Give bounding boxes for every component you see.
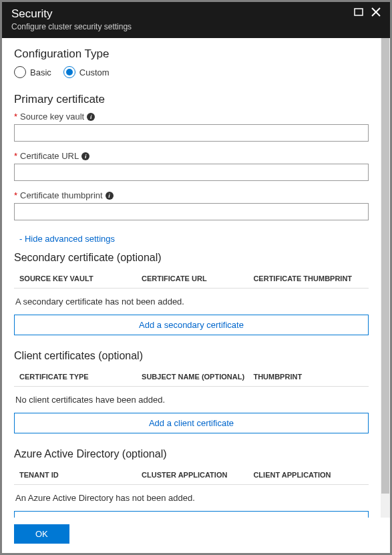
radio-basic-circle	[14, 66, 26, 78]
required-star-icon: *	[14, 112, 17, 122]
scrollbar-thumb[interactable]	[381, 38, 389, 494]
aad-col-tenant-id: TENANT ID	[19, 471, 142, 479]
config-type-heading: Configuration Type	[14, 47, 369, 61]
secondary-cert-heading: Secondary certificate (optional)	[14, 252, 369, 264]
aad-col-cluster-application: CLUSTER APPLICATION	[142, 471, 253, 479]
input-certificate-thumbprint[interactable]	[14, 203, 369, 220]
blade-subtitle: Configure cluster security settings	[11, 22, 132, 31]
radio-basic[interactable]: Basic	[14, 66, 51, 78]
label-text-certificate-url: Certificate URL	[20, 151, 79, 161]
primary-cert-heading: Primary certificate	[14, 93, 369, 106]
info-icon[interactable]: i	[81, 152, 89, 160]
field-certificate-thumbprint: * Certificate thumbprint i	[14, 190, 369, 220]
client-certs-empty-message: No client certificates have been added.	[14, 387, 369, 413]
secondary-cert-empty-message: A secondary certificate has not been add…	[14, 289, 369, 315]
secondary-col-certificate-thumbprint: CERTIFICATE THUMBPRINT	[253, 274, 369, 283]
content-wrapper: Configuration Type Basic Custom Primary …	[2, 38, 390, 518]
blade-title: Security	[11, 7, 132, 21]
input-certificate-url[interactable]	[14, 164, 369, 181]
label-text-source-key-vault: Source key vault	[20, 112, 84, 122]
svg-rect-0	[355, 9, 363, 15]
input-source-key-vault[interactable]	[14, 124, 369, 142]
security-blade: Security Configure cluster security sett…	[2, 2, 390, 553]
client-col-certificate-type: CERTIFICATE TYPE	[19, 373, 142, 381]
aad-table-header: TENANT ID CLUSTER APPLICATION CLIENT APP…	[14, 467, 369, 485]
maximize-icon[interactable]	[354, 7, 363, 17]
client-col-thumbprint: THUMBPRINT	[253, 373, 369, 381]
info-icon[interactable]: i	[87, 113, 95, 121]
required-star-icon: *	[14, 190, 17, 200]
aad-heading: Azure Active Directory (optional)	[14, 448, 369, 460]
radio-custom-circle	[63, 66, 75, 78]
content: Configuration Type Basic Custom Primary …	[2, 38, 381, 518]
radio-basic-label: Basic	[30, 67, 51, 77]
radio-custom[interactable]: Custom	[63, 66, 110, 78]
field-source-key-vault: * Source key vault i	[14, 112, 369, 142]
info-icon[interactable]: i	[106, 192, 114, 200]
titlebar: Security Configure cluster security sett…	[2, 2, 390, 38]
client-certs-table-header: CERTIFICATE TYPE SUBJECT NAME (OPTIONAL)…	[14, 369, 369, 387]
add-client-certificate-button[interactable]: Add a client certificate	[14, 413, 369, 433]
titlebar-text: Security Configure cluster security sett…	[11, 7, 132, 31]
field-certificate-url: * Certificate URL i	[14, 151, 369, 181]
secondary-cert-table-header: SOURCE KEY VAULT CERTIFICATE URL CERTIFI…	[14, 270, 369, 289]
ok-button[interactable]: OK	[14, 524, 69, 544]
client-certs-heading: Client certificates (optional)	[14, 350, 369, 362]
add-secondary-certificate-button[interactable]: Add a secondary certificate	[14, 315, 369, 335]
aad-empty-message: An Azure Active Directory has not been a…	[14, 485, 369, 511]
titlebar-controls	[354, 7, 381, 17]
label-certificate-url: * Certificate URL i	[14, 151, 369, 161]
radio-custom-dot	[66, 69, 73, 75]
secondary-col-source-key-vault: SOURCE KEY VAULT	[19, 274, 142, 283]
secondary-col-certificate-url: CERTIFICATE URL	[142, 274, 253, 283]
aad-col-client-application: CLIENT APPLICATION	[253, 471, 369, 479]
label-text-certificate-thumbprint: Certificate thumbprint	[20, 190, 103, 200]
label-source-key-vault: * Source key vault i	[14, 112, 369, 122]
required-star-icon: *	[14, 151, 17, 161]
label-certificate-thumbprint: * Certificate thumbprint i	[14, 190, 369, 200]
scrollbar-track[interactable]	[381, 38, 390, 518]
client-col-subject-name: SUBJECT NAME (OPTIONAL)	[142, 373, 253, 381]
radio-custom-label: Custom	[79, 67, 110, 77]
add-aad-button[interactable]: Add an Azure Active Directory	[14, 511, 369, 518]
close-icon[interactable]	[371, 7, 381, 17]
config-type-radio-group: Basic Custom	[14, 66, 369, 78]
toggle-advanced-settings[interactable]: - Hide advanced settings	[19, 234, 115, 244]
footer: OK	[2, 518, 390, 553]
